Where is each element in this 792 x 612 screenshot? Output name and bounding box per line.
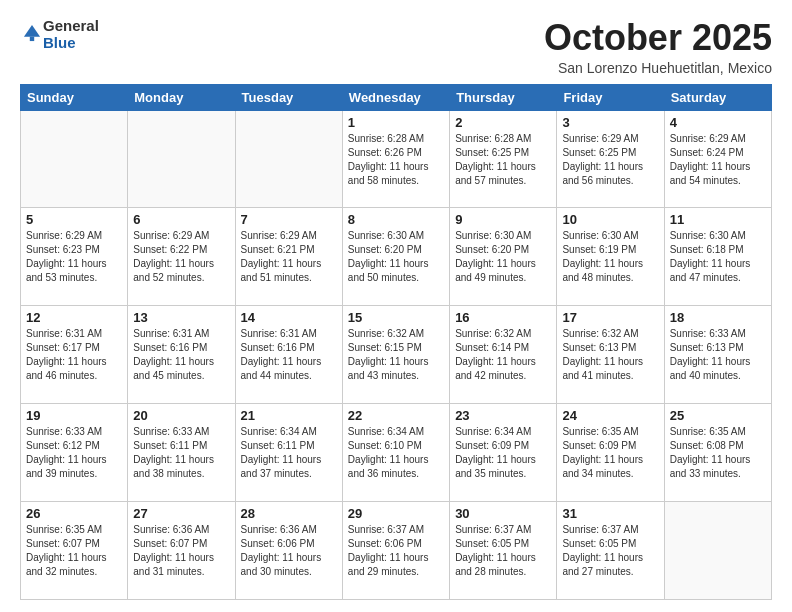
day-info: Sunrise: 6:28 AM Sunset: 6:26 PM Dayligh… <box>348 132 444 188</box>
day-info: Sunrise: 6:31 AM Sunset: 6:16 PM Dayligh… <box>133 327 229 383</box>
page: General Blue October 2025 San Lorenzo Hu… <box>0 0 792 612</box>
header-thursday: Thursday <box>450 84 557 110</box>
day-number: 2 <box>455 115 551 130</box>
table-row: 28Sunrise: 6:36 AM Sunset: 6:06 PM Dayli… <box>235 502 342 600</box>
table-row: 17Sunrise: 6:32 AM Sunset: 6:13 PM Dayli… <box>557 306 664 404</box>
day-number: 3 <box>562 115 658 130</box>
calendar-week-row: 12Sunrise: 6:31 AM Sunset: 6:17 PM Dayli… <box>21 306 772 404</box>
day-info: Sunrise: 6:32 AM Sunset: 6:13 PM Dayligh… <box>562 327 658 383</box>
day-info: Sunrise: 6:32 AM Sunset: 6:14 PM Dayligh… <box>455 327 551 383</box>
day-info: Sunrise: 6:36 AM Sunset: 6:06 PM Dayligh… <box>241 523 337 579</box>
table-row: 10Sunrise: 6:30 AM Sunset: 6:19 PM Dayli… <box>557 208 664 306</box>
table-row: 20Sunrise: 6:33 AM Sunset: 6:11 PM Dayli… <box>128 404 235 502</box>
calendar-week-row: 1Sunrise: 6:28 AM Sunset: 6:26 PM Daylig… <box>21 110 772 208</box>
table-row: 15Sunrise: 6:32 AM Sunset: 6:15 PM Dayli… <box>342 306 449 404</box>
day-number: 18 <box>670 310 766 325</box>
day-number: 28 <box>241 506 337 521</box>
day-info: Sunrise: 6:36 AM Sunset: 6:07 PM Dayligh… <box>133 523 229 579</box>
day-info: Sunrise: 6:37 AM Sunset: 6:06 PM Dayligh… <box>348 523 444 579</box>
day-info: Sunrise: 6:34 AM Sunset: 6:10 PM Dayligh… <box>348 425 444 481</box>
table-row: 29Sunrise: 6:37 AM Sunset: 6:06 PM Dayli… <box>342 502 449 600</box>
day-number: 8 <box>348 212 444 227</box>
table-row: 30Sunrise: 6:37 AM Sunset: 6:05 PM Dayli… <box>450 502 557 600</box>
day-info: Sunrise: 6:30 AM Sunset: 6:20 PM Dayligh… <box>348 229 444 285</box>
table-row: 18Sunrise: 6:33 AM Sunset: 6:13 PM Dayli… <box>664 306 771 404</box>
day-number: 9 <box>455 212 551 227</box>
day-number: 15 <box>348 310 444 325</box>
table-row: 27Sunrise: 6:36 AM Sunset: 6:07 PM Dayli… <box>128 502 235 600</box>
table-row: 23Sunrise: 6:34 AM Sunset: 6:09 PM Dayli… <box>450 404 557 502</box>
header-saturday: Saturday <box>664 84 771 110</box>
day-info: Sunrise: 6:33 AM Sunset: 6:12 PM Dayligh… <box>26 425 122 481</box>
svg-marker-0 <box>24 24 40 36</box>
day-info: Sunrise: 6:35 AM Sunset: 6:07 PM Dayligh… <box>26 523 122 579</box>
header-sunday: Sunday <box>21 84 128 110</box>
header-monday: Monday <box>128 84 235 110</box>
table-row: 31Sunrise: 6:37 AM Sunset: 6:05 PM Dayli… <box>557 502 664 600</box>
calendar-week-row: 19Sunrise: 6:33 AM Sunset: 6:12 PM Dayli… <box>21 404 772 502</box>
day-number: 11 <box>670 212 766 227</box>
day-info: Sunrise: 6:34 AM Sunset: 6:09 PM Dayligh… <box>455 425 551 481</box>
calendar-body: 1Sunrise: 6:28 AM Sunset: 6:26 PM Daylig… <box>21 110 772 599</box>
table-row: 1Sunrise: 6:28 AM Sunset: 6:26 PM Daylig… <box>342 110 449 208</box>
header: General Blue October 2025 San Lorenzo Hu… <box>20 18 772 76</box>
table-row: 9Sunrise: 6:30 AM Sunset: 6:20 PM Daylig… <box>450 208 557 306</box>
table-row: 11Sunrise: 6:30 AM Sunset: 6:18 PM Dayli… <box>664 208 771 306</box>
day-number: 20 <box>133 408 229 423</box>
header-wednesday: Wednesday <box>342 84 449 110</box>
table-row: 14Sunrise: 6:31 AM Sunset: 6:16 PM Dayli… <box>235 306 342 404</box>
table-row: 4Sunrise: 6:29 AM Sunset: 6:24 PM Daylig… <box>664 110 771 208</box>
day-number: 6 <box>133 212 229 227</box>
logo-blue-text: Blue <box>43 34 76 51</box>
day-number: 13 <box>133 310 229 325</box>
day-info: Sunrise: 6:29 AM Sunset: 6:25 PM Dayligh… <box>562 132 658 188</box>
title-block: October 2025 San Lorenzo Huehuetitlan, M… <box>544 18 772 76</box>
subtitle: San Lorenzo Huehuetitlan, Mexico <box>544 60 772 76</box>
day-info: Sunrise: 6:37 AM Sunset: 6:05 PM Dayligh… <box>455 523 551 579</box>
day-info: Sunrise: 6:35 AM Sunset: 6:09 PM Dayligh… <box>562 425 658 481</box>
logo: General Blue <box>20 18 99 51</box>
day-number: 4 <box>670 115 766 130</box>
table-row: 12Sunrise: 6:31 AM Sunset: 6:17 PM Dayli… <box>21 306 128 404</box>
calendar-week-row: 26Sunrise: 6:35 AM Sunset: 6:07 PM Dayli… <box>21 502 772 600</box>
logo-general-text: General <box>43 17 99 34</box>
day-number: 14 <box>241 310 337 325</box>
day-number: 25 <box>670 408 766 423</box>
month-title: October 2025 <box>544 18 772 58</box>
day-number: 30 <box>455 506 551 521</box>
day-number: 21 <box>241 408 337 423</box>
table-row: 22Sunrise: 6:34 AM Sunset: 6:10 PM Dayli… <box>342 404 449 502</box>
day-number: 1 <box>348 115 444 130</box>
day-info: Sunrise: 6:29 AM Sunset: 6:23 PM Dayligh… <box>26 229 122 285</box>
day-number: 19 <box>26 408 122 423</box>
calendar-table: Sunday Monday Tuesday Wednesday Thursday… <box>20 84 772 600</box>
day-info: Sunrise: 6:29 AM Sunset: 6:24 PM Dayligh… <box>670 132 766 188</box>
table-row: 8Sunrise: 6:30 AM Sunset: 6:20 PM Daylig… <box>342 208 449 306</box>
day-info: Sunrise: 6:29 AM Sunset: 6:22 PM Dayligh… <box>133 229 229 285</box>
day-number: 5 <box>26 212 122 227</box>
day-number: 23 <box>455 408 551 423</box>
logo-icon <box>21 22 43 44</box>
table-row: 7Sunrise: 6:29 AM Sunset: 6:21 PM Daylig… <box>235 208 342 306</box>
table-row: 16Sunrise: 6:32 AM Sunset: 6:14 PM Dayli… <box>450 306 557 404</box>
calendar-week-row: 5Sunrise: 6:29 AM Sunset: 6:23 PM Daylig… <box>21 208 772 306</box>
table-row: 13Sunrise: 6:31 AM Sunset: 6:16 PM Dayli… <box>128 306 235 404</box>
table-row <box>21 110 128 208</box>
day-number: 29 <box>348 506 444 521</box>
table-row <box>235 110 342 208</box>
day-number: 17 <box>562 310 658 325</box>
table-row: 19Sunrise: 6:33 AM Sunset: 6:12 PM Dayli… <box>21 404 128 502</box>
day-number: 24 <box>562 408 658 423</box>
day-number: 27 <box>133 506 229 521</box>
table-row: 3Sunrise: 6:29 AM Sunset: 6:25 PM Daylig… <box>557 110 664 208</box>
day-number: 26 <box>26 506 122 521</box>
day-number: 16 <box>455 310 551 325</box>
day-number: 22 <box>348 408 444 423</box>
day-info: Sunrise: 6:31 AM Sunset: 6:17 PM Dayligh… <box>26 327 122 383</box>
day-info: Sunrise: 6:30 AM Sunset: 6:19 PM Dayligh… <box>562 229 658 285</box>
table-row <box>128 110 235 208</box>
table-row: 25Sunrise: 6:35 AM Sunset: 6:08 PM Dayli… <box>664 404 771 502</box>
day-info: Sunrise: 6:32 AM Sunset: 6:15 PM Dayligh… <box>348 327 444 383</box>
day-info: Sunrise: 6:31 AM Sunset: 6:16 PM Dayligh… <box>241 327 337 383</box>
table-row: 26Sunrise: 6:35 AM Sunset: 6:07 PM Dayli… <box>21 502 128 600</box>
